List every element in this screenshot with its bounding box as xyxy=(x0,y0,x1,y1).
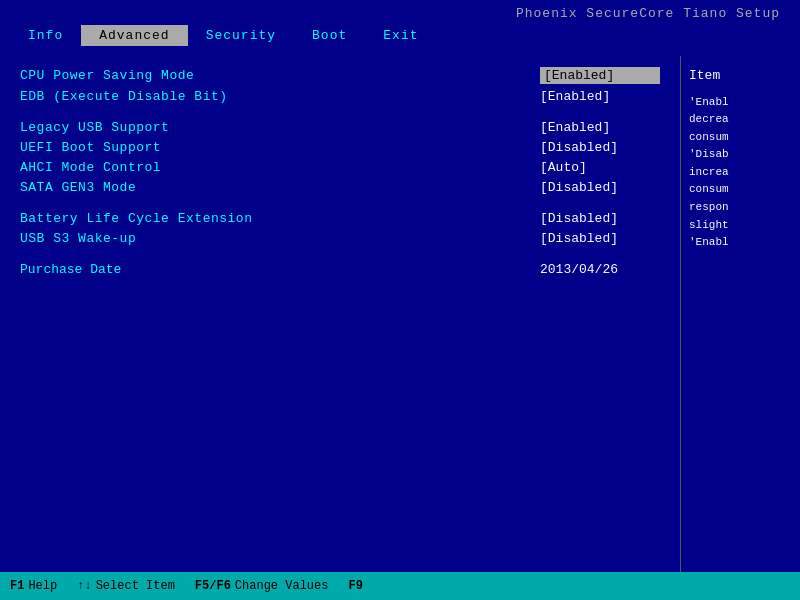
ahci-label: AHCI Mode Control xyxy=(20,160,161,175)
bios-screen: Phoenix SecureCore Tiano Setup Info Adva… xyxy=(0,0,800,600)
side-text-line-1: 'Enabl xyxy=(689,94,792,112)
side-panel-text: 'Enabl decrea consum 'Disab increa consu… xyxy=(689,94,792,252)
tab-info[interactable]: Info xyxy=(10,25,81,46)
footer-label-select: Select Item xyxy=(96,579,175,593)
footer: F1 Help ↑↓ Select Item F5/F6 Change Valu… xyxy=(0,572,800,600)
setting-row-usb-s3[interactable]: USB S3 Wake-up [Disabled] xyxy=(20,230,660,247)
setting-row-legacy-usb[interactable]: Legacy USB Support [Enabled] xyxy=(20,119,660,136)
setting-row-purchase-date: Purchase Date 2013/04/26 xyxy=(20,261,660,278)
side-panel-title: Item xyxy=(689,66,792,86)
edb-label: EDB (Execute Disable Bit) xyxy=(20,89,228,104)
setting-row-sata[interactable]: SATA GEN3 Mode [Disabled] xyxy=(20,179,660,196)
cpu-power-value: [Enabled] xyxy=(540,67,660,84)
footer-label-change: Change Values xyxy=(235,579,329,593)
footer-key-f5f6: F5/F6 xyxy=(195,579,231,593)
tab-exit[interactable]: Exit xyxy=(365,25,436,46)
footer-f5f6[interactable]: F5/F6 Change Values xyxy=(195,579,329,593)
side-text-line-6: consum xyxy=(689,181,792,199)
cpu-power-label: CPU Power Saving Mode xyxy=(20,68,194,83)
nav-bar: Info Advanced Security Boot Exit xyxy=(0,25,800,46)
footer-f9[interactable]: F9 xyxy=(348,579,362,593)
usb-s3-label: USB S3 Wake-up xyxy=(20,231,136,246)
battery-value: [Disabled] xyxy=(540,211,660,226)
side-text-line-2: decrea xyxy=(689,111,792,129)
setting-row-uefi[interactable]: UEFI Boot Support [Disabled] xyxy=(20,139,660,156)
settings-group-2: Legacy USB Support [Enabled] UEFI Boot S… xyxy=(20,119,660,196)
side-text-line-5: increa xyxy=(689,164,792,182)
footer-f1[interactable]: F1 Help xyxy=(10,579,57,593)
legacy-usb-value: [Enabled] xyxy=(540,120,660,135)
setting-row-ahci[interactable]: AHCI Mode Control [Auto] xyxy=(20,159,660,176)
footer-key-f9: F9 xyxy=(348,579,362,593)
purchase-date-label: Purchase Date xyxy=(20,262,121,277)
purchase-date-value: 2013/04/26 xyxy=(540,262,660,277)
settings-group-1: CPU Power Saving Mode [Enabled] EDB (Exe… xyxy=(20,66,660,105)
battery-label: Battery Life Cycle Extension xyxy=(20,211,252,226)
side-text-line-4: 'Disab xyxy=(689,146,792,164)
footer-key-arrows: ↑↓ xyxy=(77,579,91,593)
footer-key-f1: F1 xyxy=(10,579,24,593)
side-text-line-9: 'Enabl xyxy=(689,234,792,252)
side-text-line-3: consum xyxy=(689,129,792,147)
setting-row-battery[interactable]: Battery Life Cycle Extension [Disabled] xyxy=(20,210,660,227)
sata-label: SATA GEN3 Mode xyxy=(20,180,136,195)
usb-s3-value: [Disabled] xyxy=(540,231,660,246)
title-bar: Phoenix SecureCore Tiano Setup xyxy=(0,0,800,25)
footer-label-help: Help xyxy=(28,579,57,593)
footer-arrows[interactable]: ↑↓ Select Item xyxy=(77,579,175,593)
content-area: CPU Power Saving Mode [Enabled] EDB (Exe… xyxy=(0,46,800,572)
main-panel: CPU Power Saving Mode [Enabled] EDB (Exe… xyxy=(0,56,680,572)
bios-title: Phoenix SecureCore Tiano Setup xyxy=(516,6,780,21)
settings-group-purchase: Purchase Date 2013/04/26 xyxy=(20,261,660,278)
tab-advanced[interactable]: Advanced xyxy=(81,25,187,46)
setting-row-edb[interactable]: EDB (Execute Disable Bit) [Enabled] xyxy=(20,88,660,105)
side-text-line-7: respon xyxy=(689,199,792,217)
side-text-line-8: slight xyxy=(689,217,792,235)
side-panel: Item 'Enabl decrea consum 'Disab increa … xyxy=(680,56,800,572)
setting-row-cpu[interactable]: CPU Power Saving Mode [Enabled] xyxy=(20,66,660,85)
sata-value: [Disabled] xyxy=(540,180,660,195)
edb-value: [Enabled] xyxy=(540,89,660,104)
tab-security[interactable]: Security xyxy=(188,25,294,46)
legacy-usb-label: Legacy USB Support xyxy=(20,120,169,135)
uefi-label: UEFI Boot Support xyxy=(20,140,161,155)
settings-group-3: Battery Life Cycle Extension [Disabled] … xyxy=(20,210,660,247)
ahci-value: [Auto] xyxy=(540,160,660,175)
uefi-value: [Disabled] xyxy=(540,140,660,155)
tab-boot[interactable]: Boot xyxy=(294,25,365,46)
